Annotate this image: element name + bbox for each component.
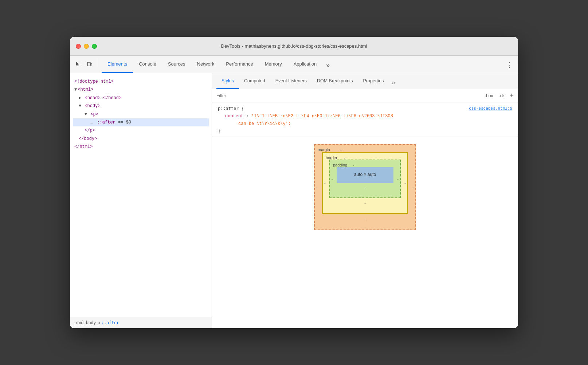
cursor-icon[interactable] <box>74 60 82 68</box>
dom-line-close-html[interactable]: </html> <box>73 143 209 151</box>
breadcrumb-html[interactable]: html <box>74 320 85 325</box>
dom-line-doctype[interactable]: <!doctype html> <box>73 78 209 86</box>
sub-tab-properties[interactable]: Properties <box>358 73 389 89</box>
maximize-button[interactable] <box>92 44 97 49</box>
tab-sources[interactable]: Sources <box>162 56 191 73</box>
tab-application[interactable]: Application <box>288 56 323 73</box>
padding-left-value: - <box>332 176 333 182</box>
css-close-brace: } <box>218 127 512 135</box>
padding-top-value: - <box>353 162 354 169</box>
toolbar-divider <box>97 58 97 67</box>
tab-console[interactable]: Console <box>133 56 162 73</box>
minimize-button[interactable] <box>84 44 89 49</box>
tab-performance[interactable]: Performance <box>220 56 259 73</box>
box-model-container: margin - - - border - - - <box>314 144 416 230</box>
more-options-button[interactable]: ⋮ <box>504 60 514 70</box>
filter-input[interactable] <box>216 93 483 98</box>
sub-tab-styles[interactable]: Styles <box>216 73 239 89</box>
margin-left-value: - <box>316 184 318 191</box>
box-padding: padding - - - auto × auto - <box>329 160 401 199</box>
cls-button[interactable]: .cls <box>497 93 507 99</box>
window-title: DevTools - mathiasbynens.github.io/css-d… <box>221 43 367 49</box>
svg-rect-0 <box>87 62 90 66</box>
sub-tab-dom-breakpoints[interactable]: DOM Breakpoints <box>312 73 358 89</box>
toolbar-right: ⋮ <box>504 60 514 73</box>
breadcrumb: html body p ::after <box>70 317 212 328</box>
dom-tree: <!doctype html> ▼<html> ▶ <head>…</head>… <box>70 73 212 317</box>
border-bottom-value: - <box>329 200 401 207</box>
title-bar: DevTools - mathiasbynens.github.io/css-d… <box>70 37 518 56</box>
dom-line-body[interactable]: ▼ <body> <box>73 102 209 110</box>
dom-line-close-body[interactable]: </body> <box>73 135 209 143</box>
css-property-line-2: can be \t\r\ic\k\y'; <box>218 120 512 127</box>
breadcrumb-p[interactable]: p <box>97 320 100 325</box>
dom-line-html[interactable]: ▼<html> <box>73 86 209 94</box>
dom-line-head[interactable]: ▶ <head>…</head> <box>73 94 209 102</box>
main-tab-bar: Elements Console Sources Network Perform… <box>70 56 518 73</box>
sub-tab-bar: Styles Computed Event Listeners DOM Brea… <box>212 73 518 89</box>
hov-button[interactable]: :hov <box>483 93 495 99</box>
add-style-rule-button[interactable]: + <box>510 92 514 99</box>
traffic-lights <box>76 44 97 49</box>
filter-actions: :hov .cls + <box>483 92 514 99</box>
css-property-value: 'I\F1 t\EB rn\E2 ti\F4 n\E0 liz\E6 ti\F8… <box>251 114 393 119</box>
border-left-value: - <box>324 180 326 187</box>
css-rule-header: p::after { css-escapes.html:5 <box>218 105 512 113</box>
box-content: auto × auto <box>337 167 393 183</box>
sub-tab-computed[interactable]: Computed <box>239 73 270 89</box>
toolbar-left <box>74 58 97 73</box>
margin-bottom-value: - <box>322 215 408 222</box>
main-content: <!doctype html> ▼<html> ▶ <head>…</head>… <box>70 73 518 328</box>
box-border: border - - - padding - - - <box>322 152 408 214</box>
breadcrumb-body[interactable]: body <box>86 320 96 325</box>
css-panel: p::after { css-escapes.html:5 content : … <box>212 102 518 328</box>
content-dimensions: auto × auto <box>354 171 376 178</box>
dom-line-after[interactable]: … ::after == $0 <box>73 118 209 126</box>
close-button[interactable] <box>76 44 81 49</box>
sub-tab-event-listeners[interactable]: Event Listeners <box>270 73 312 89</box>
margin-right-value: - <box>412 184 414 191</box>
box-margin: margin - - - border - - - <box>314 144 416 230</box>
filter-bar: :hov .cls + <box>212 89 518 102</box>
breadcrumb-after[interactable]: ::after <box>101 320 119 325</box>
dom-panel: <!doctype html> ▼<html> ▶ <head>…</head>… <box>70 73 212 328</box>
tab-elements[interactable]: Elements <box>102 56 133 73</box>
sub-tab-overflow[interactable]: » <box>389 76 398 89</box>
devtools-window: DevTools - mathiasbynens.github.io/css-d… <box>70 37 518 328</box>
padding-label: padding <box>333 162 347 169</box>
css-selector: p::after { <box>218 105 244 113</box>
padding-right-value: - <box>397 176 399 182</box>
right-panel: Styles Computed Event Listeners DOM Brea… <box>212 73 518 328</box>
tab-network[interactable]: Network <box>191 56 220 73</box>
tab-memory[interactable]: Memory <box>259 56 288 73</box>
css-property-name: content <box>225 114 243 119</box>
dom-line-p[interactable]: ▼ <p> <box>73 110 209 118</box>
css-rule-after: p::after { css-escapes.html:5 content : … <box>212 102 518 137</box>
css-property-value-2: can be \t\r\ic\k\y'; <box>238 121 291 126</box>
box-model-section: margin - - - border - - - <box>212 137 518 238</box>
css-property-line: content : 'I\F1 t\EB rn\E2 ti\F4 n\E0 li… <box>218 113 512 120</box>
device-icon[interactable] <box>85 60 94 68</box>
css-source-link[interactable]: css-escapes.html:5 <box>469 105 512 112</box>
tab-overflow-button[interactable]: » <box>322 59 333 73</box>
dom-line-close-p[interactable]: </p> <box>73 126 209 134</box>
svg-rect-1 <box>91 63 92 65</box>
padding-bottom-value: - <box>337 184 393 191</box>
main-tabs: Elements Console Sources Network Perform… <box>102 56 333 73</box>
border-right-value: - <box>404 180 406 187</box>
